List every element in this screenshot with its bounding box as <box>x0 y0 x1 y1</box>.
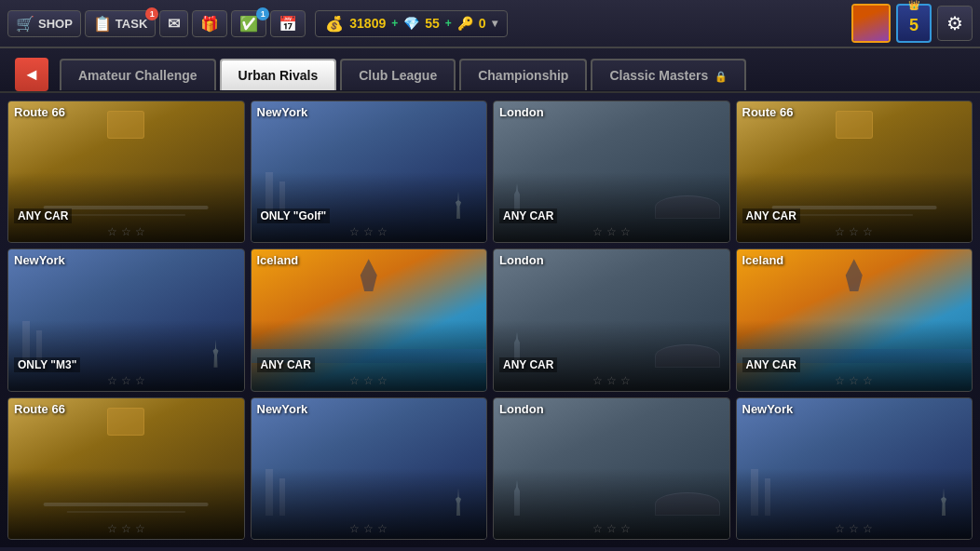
star-2: ☆ <box>363 374 374 387</box>
tab-urban-rivals[interactable]: Urban Rivals <box>220 59 337 90</box>
star-2: ☆ <box>121 374 131 387</box>
star-1: ☆ <box>592 374 603 387</box>
star-3: ☆ <box>135 225 145 238</box>
race-card-4[interactable]: Route 66 ANY CAR ☆☆☆ <box>736 101 973 243</box>
top-navigation-bar: 🛒 SHOP 📋 TASK 1 ✉ 🎁 ✅ 1 📅 💰 31809 + 💎 55… <box>0 0 980 48</box>
card-content-2: NewYork ONLY "Golf" ☆☆☆ <box>252 101 487 242</box>
race-card-7[interactable]: London ANY CAR ☆☆☆ <box>493 249 730 391</box>
gem-icon: 💎 <box>403 16 419 31</box>
key-icon: 🔑 <box>457 16 473 31</box>
location-label-2: NewYork <box>257 105 308 119</box>
race-card-9[interactable]: Route 66 ☆☆☆ <box>7 397 245 540</box>
card-content-10: NewYork ☆☆☆ <box>252 398 487 539</box>
star-2: ☆ <box>121 522 131 535</box>
card-content-8: Iceland ANY CAR ☆☆☆ <box>737 249 973 390</box>
location-label-6: Iceland <box>257 253 299 267</box>
stars-row-11: ☆☆☆ <box>494 522 729 535</box>
mail-button[interactable]: ✉ <box>159 10 188 37</box>
tab-amateur-challenge[interactable]: Amateur Challenge <box>60 59 216 90</box>
tab-classic-masters[interactable]: Classic Masters 🔒 <box>591 59 746 90</box>
calendar-button[interactable]: 📅 <box>270 10 306 37</box>
card-content-12: NewYork ☆☆☆ <box>737 398 973 539</box>
tab-championship[interactable]: Championship <box>459 59 587 90</box>
card-content-5: NewYork ONLY "M3" ☆☆☆ <box>8 249 244 390</box>
card-content-4: Route 66 ANY CAR ☆☆☆ <box>737 101 973 242</box>
add-coins-button[interactable]: + <box>391 17 398 30</box>
shop-button[interactable]: 🛒 SHOP <box>7 10 81 37</box>
car-restriction-label-4: ANY CAR <box>742 208 800 223</box>
race-card-6[interactable]: Iceland ANY CAR ☆☆☆ <box>251 249 488 391</box>
location-label-1: Route 66 <box>14 105 65 119</box>
task-badge: 1 <box>145 7 158 20</box>
add-gems-button[interactable]: + <box>445 17 452 30</box>
tab-club-league[interactable]: Club League <box>340 59 456 90</box>
star-3: ☆ <box>377 225 388 238</box>
star-1: ☆ <box>349 522 360 535</box>
race-card-3[interactable]: London ANY CAR ☆☆☆ <box>493 101 730 243</box>
rank-badge[interactable]: 👑 5 <box>896 4 932 43</box>
car-restriction-label-3: ANY CAR <box>499 208 557 223</box>
star-2: ☆ <box>363 522 374 535</box>
race-card-12[interactable]: NewYork ☆☆☆ <box>736 397 973 540</box>
star-1: ☆ <box>835 225 845 238</box>
stars-row-12: ☆☆☆ <box>737 522 973 535</box>
star-3: ☆ <box>377 522 388 535</box>
race-card-10[interactable]: NewYork ☆☆☆ <box>251 397 488 540</box>
car-restriction-label-8: ANY CAR <box>742 357 800 372</box>
gift-icon: 🎁 <box>200 15 219 33</box>
star-1: ☆ <box>107 522 117 535</box>
star-2: ☆ <box>606 522 617 535</box>
star-3: ☆ <box>135 374 145 387</box>
race-grid: Route 66 ANY CAR ☆☆☆ NewYork ONLY "Golf"… <box>0 93 980 547</box>
gift-button[interactable]: 🎁 <box>192 10 227 37</box>
stars-row-5: ☆☆☆ <box>8 374 244 387</box>
currency-expand-icon[interactable]: ▾ <box>492 17 497 30</box>
location-label-12: NewYork <box>742 402 794 416</box>
stars-row-4: ☆☆☆ <box>737 225 973 238</box>
stars-row-7: ☆☆☆ <box>494 374 729 387</box>
rank-number: 5 <box>909 16 919 35</box>
race-card-2[interactable]: NewYork ONLY "Golf" ☆☆☆ <box>251 101 488 243</box>
star-3: ☆ <box>620 225 631 238</box>
star-2: ☆ <box>606 225 617 238</box>
avatar[interactable] <box>851 4 891 43</box>
back-arrow-icon: ◄ <box>23 65 40 85</box>
star-2: ☆ <box>849 522 859 535</box>
star-3: ☆ <box>863 522 873 535</box>
star-3: ☆ <box>135 522 145 535</box>
star-1: ☆ <box>835 522 845 535</box>
back-button[interactable]: ◄ <box>15 58 48 91</box>
star-1: ☆ <box>107 225 117 238</box>
race-card-11[interactable]: London ☆☆☆ <box>493 397 730 540</box>
profile-area: 👑 5 ⚙ <box>851 4 973 43</box>
star-1: ☆ <box>592 225 603 238</box>
star-3: ☆ <box>620 522 631 535</box>
settings-button[interactable]: ⚙ <box>937 6 973 41</box>
gems-amount: 55 <box>425 16 440 31</box>
car-restriction-label-5: ONLY "M3" <box>14 357 80 372</box>
shop-label: SHOP <box>38 17 73 31</box>
tab-championship-label: Championship <box>478 68 568 83</box>
task-button[interactable]: 📋 TASK 1 <box>85 10 156 37</box>
settings-gear-icon: ⚙ <box>946 12 963 34</box>
location-label-8: Iceland <box>742 253 784 267</box>
rank-crown-icon: 👑 <box>908 0 919 10</box>
car-restriction-label-2: ONLY "Golf" <box>257 208 331 223</box>
location-label-11: London <box>499 402 544 416</box>
race-card-5[interactable]: NewYork ONLY "M3" ☆☆☆ <box>7 249 245 391</box>
card-content-3: London ANY CAR ☆☆☆ <box>494 101 729 242</box>
star-3: ☆ <box>620 374 631 387</box>
tab-urban-rivals-label: Urban Rivals <box>238 68 319 83</box>
checklist-button[interactable]: ✅ 1 <box>231 10 266 37</box>
coin-icon: 💰 <box>325 15 344 33</box>
stars-row-10: ☆☆☆ <box>252 522 487 535</box>
race-card-1[interactable]: Route 66 ANY CAR ☆☆☆ <box>7 101 245 243</box>
tab-classic-masters-label: Classic Masters <box>609 68 708 83</box>
location-label-5: NewYork <box>14 253 65 267</box>
star-3: ☆ <box>863 374 873 387</box>
star-2: ☆ <box>849 225 859 238</box>
star-2: ☆ <box>363 225 374 238</box>
card-content-7: London ANY CAR ☆☆☆ <box>494 249 729 390</box>
race-card-8[interactable]: Iceland ANY CAR ☆☆☆ <box>736 249 973 391</box>
star-1: ☆ <box>349 374 360 387</box>
